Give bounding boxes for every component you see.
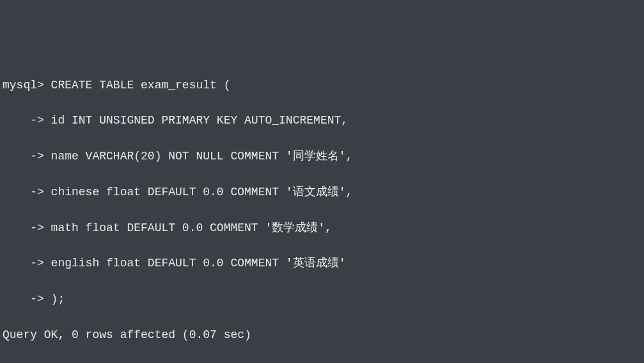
sql-create-line-0: mysql> CREATE TABLE exam_result (	[3, 77, 641, 95]
sql-create-line-2: -> name VARCHAR(20) NOT NULL COMMENT '同学…	[3, 148, 641, 166]
query-ok-line: Query OK, 0 rows affected (0.07 sec)	[3, 327, 641, 344]
sql-create-line-6: -> );	[3, 291, 641, 309]
sql-create-line-3: -> chinese float DEFAULT 0.0 COMMENT '语文…	[3, 184, 641, 202]
sql-create-line-5: -> english float DEFAULT 0.0 COMMENT '英语…	[3, 255, 641, 273]
sql-create-line-1: -> id INT UNSIGNED PRIMARY KEY AUTO_INCR…	[3, 112, 641, 130]
sql-create-line-4: -> math float DEFAULT 0.0 COMMENT '数学成绩'…	[3, 220, 641, 238]
